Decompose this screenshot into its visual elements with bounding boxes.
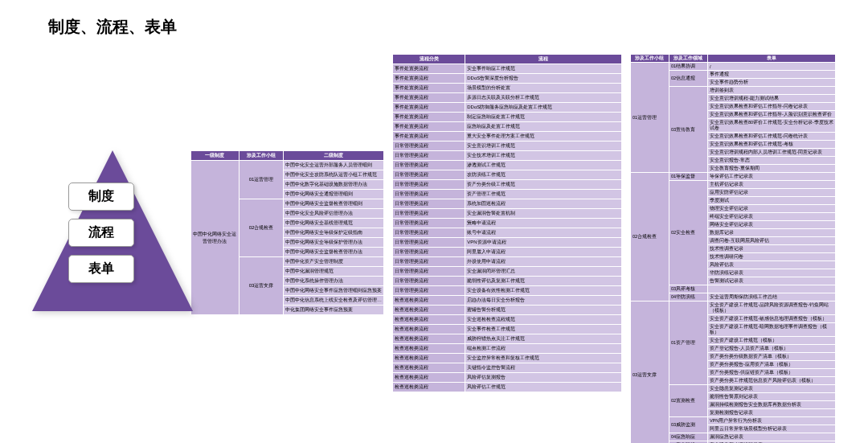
center-cat: 日常管理类流程 bbox=[393, 209, 465, 219]
pyramid-label-0: 制度 bbox=[68, 183, 134, 211]
right-cell: 安全意识培训规程内部人员培训工作规范-同意记录表 bbox=[707, 149, 835, 157]
left-cell: 中国中化网络安全监督检查管理细则 bbox=[283, 199, 383, 209]
center-cell: 攻防演练工作规范 bbox=[465, 170, 622, 180]
right-cell: 资产类分类分级数据资产清单（模板） bbox=[707, 353, 835, 361]
pyramid-diagram: 制度 流程 表单 bbox=[32, 150, 190, 311]
center-cell: 启趋办法每日安全分析报告 bbox=[465, 296, 622, 306]
left-group-2: 03运营支撑 bbox=[239, 257, 283, 315]
right-cell: 阿里云日常异常场景模型分析记录表 bbox=[707, 425, 835, 433]
center-cell: 端点检测工作流程 bbox=[465, 344, 622, 354]
right-cell: 安全运营周期保防演练工作总结 bbox=[707, 293, 835, 301]
center-cat: 事件处置类流程 bbox=[393, 103, 465, 113]
right-grp: 01结果协调 bbox=[669, 63, 707, 71]
right-cell: 技术性调研问卷 bbox=[707, 253, 835, 261]
center-cat: 事件处置类流程 bbox=[393, 74, 465, 84]
right-cell: 事件通报 bbox=[707, 71, 835, 79]
right-cell: 漏洞应急记录表 bbox=[707, 433, 835, 441]
left-root: 中国中化网络安全运营管理办法 bbox=[190, 161, 239, 315]
right-th-1: 涉及工作领域 bbox=[669, 55, 707, 63]
right-cell: 数据库记录 bbox=[707, 229, 835, 237]
center-cat: 日常管理类流程 bbox=[393, 219, 465, 228]
left-cell: 中国中化网络安全通报管理细则 bbox=[283, 190, 383, 199]
left-cell: 中国中化资产安全管理制度 bbox=[283, 257, 383, 267]
right-cell: 应用安防评估记录 bbox=[707, 189, 835, 197]
right-cell: 安全资产建设工作规范-敏感信息地理调查报告（模板） bbox=[707, 315, 835, 323]
left-cell: 中国中化网络安全监督检查管理办法 bbox=[283, 248, 383, 257]
right-cell: 安全意识效果检查和评估工作指导-人脸识别意识检查评价 bbox=[707, 111, 835, 119]
right-cell bbox=[707, 285, 835, 293]
center-cat: 事件处置类流程 bbox=[393, 132, 465, 142]
right-cell: 风险评估表 bbox=[707, 261, 835, 269]
right-th-2: 表单 bbox=[707, 55, 835, 63]
right-cell: 安全意识效果检查和评估工作规范-考核 bbox=[707, 141, 835, 149]
left-group-0: 01运营管理 bbox=[239, 161, 283, 199]
right-cell: 安全意识效果检查80评价工作规范-安全分析记录-季度技术试卷 bbox=[707, 119, 835, 133]
right-grp: 02信息通报 bbox=[669, 71, 707, 87]
right-cell: 告警测试记录表 bbox=[707, 277, 835, 285]
right-sec-1: 02合规检查 bbox=[630, 173, 669, 301]
center-cell: 资产管理工作规范 bbox=[465, 190, 622, 199]
right-th-0: 涉及工作小组 bbox=[630, 55, 669, 63]
left-group-1: 02合规检查 bbox=[239, 199, 283, 257]
right-table: 涉及工作小组 涉及工作领域 表单 01运营管理01结果协调/02信息通报事件通报… bbox=[630, 54, 836, 443]
page-title: 制度、流程、表单 bbox=[48, 16, 836, 38]
center-cell: 重大安全事件处理方案工作规范 bbox=[465, 132, 622, 142]
center-cell: 渗透测试工作规范 bbox=[465, 161, 622, 170]
right-cell: 华防演练记录表 bbox=[707, 269, 835, 277]
right-cell: 安全意识报告-常态 bbox=[707, 157, 835, 165]
center-cat: 日常管理类流程 bbox=[393, 151, 465, 161]
right-cell: 网络安全评估记录表 bbox=[707, 221, 835, 229]
right-cell: 物理安全评估记录 bbox=[707, 205, 835, 213]
right-grp: 03威胁监测 bbox=[669, 417, 707, 433]
center-cell: 风险评估工作规范 bbox=[465, 383, 622, 392]
right-cell: VPN用户异常行为分析表 bbox=[707, 417, 835, 425]
right-cell: 调查问卷-互联网层风险评估 bbox=[707, 237, 835, 245]
page-layout: 制度 流程 表单 一级制度 涉及工作小组 二级制度 中国中化网络安全运营管理办法… bbox=[32, 54, 836, 443]
right-cell: 安全隐患复测记录表 bbox=[707, 385, 835, 393]
center-cell: 安全巡检检查流程规范 bbox=[465, 315, 622, 325]
center-cell: 威胁狩猎热点关注工作规范 bbox=[465, 334, 622, 344]
center-cat: 检查巡检类流程 bbox=[393, 354, 465, 363]
right-cell: 安全资产建设工作规范-暗网数据地理事件调查报告（模板） bbox=[707, 323, 835, 337]
right-grp: 03风评考核 bbox=[669, 285, 707, 293]
right-cell: 安全教育报告-重保期间 bbox=[707, 165, 835, 173]
right-cell: 终端安全评估记录表 bbox=[707, 213, 835, 221]
center-cell: 资产分类分级工作规范 bbox=[465, 180, 622, 190]
center-cat: 检查巡检类流程 bbox=[393, 373, 465, 383]
center-th-0: 流程分类 bbox=[393, 55, 465, 64]
right-cell: 安全意识效果检查和评估工作规范-问卷统计表 bbox=[707, 133, 835, 141]
right-cell: 培训签到表 bbox=[707, 87, 835, 95]
right-cell: 安全资产建设工作规范（模板） bbox=[707, 337, 835, 345]
right-cell: 脆弱性告警原则记录表 bbox=[707, 393, 835, 401]
center-cat: 事件处置类流程 bbox=[393, 93, 465, 103]
right-cell: 复测检测报告记录表 bbox=[707, 409, 835, 417]
right-grp: 04应急响应 bbox=[669, 433, 707, 441]
right-cell: 安全事件趋势分析 bbox=[707, 79, 835, 87]
center-cell: 多源日志关联及关联分析工作规范 bbox=[465, 93, 622, 103]
center-cat: 日常管理类流程 bbox=[393, 161, 465, 170]
center-cell: 阿里盾入申请流程 bbox=[465, 248, 622, 257]
center-cell: 安全技术培训工作规范 bbox=[465, 151, 622, 161]
center-cell: 安全监控异常检查和复核工作规范 bbox=[465, 354, 622, 363]
right-cell: 季度测试 bbox=[707, 197, 835, 205]
center-cell: 策略申请流程 bbox=[465, 219, 622, 228]
left-cell: 中国中化网络安全等级保护定级指南 bbox=[283, 228, 383, 238]
left-table: 一级制度 涉及工作小组 二级制度 中国中化网络安全运营管理办法01运营管理中国中… bbox=[190, 150, 384, 315]
right-cell: 安全资产建设工作规范-品牌风险资源调查报告-钓鱼网站（模板） bbox=[707, 301, 835, 315]
center-cat: 检查巡检类流程 bbox=[393, 315, 465, 325]
right-grp: 03宣传教育 bbox=[669, 87, 707, 173]
right-cell: 资产登记报告-人员资产清单（模板） bbox=[707, 345, 835, 353]
center-cat: 日常管理类流程 bbox=[393, 228, 465, 238]
center-th-1: 流程 bbox=[465, 55, 622, 64]
center-cat: 检查巡检类流程 bbox=[393, 383, 465, 392]
center-cell: 安全意识培训工作规范 bbox=[465, 142, 622, 151]
left-cell: 中国中化安全攻防系统队运营小组工作规范 bbox=[283, 170, 383, 180]
left-th-1: 涉及工作小组 bbox=[239, 151, 283, 161]
center-table: 流程分类 流程 事件处置类流程安全事件响应工作规范事件处置类流程DDoS告警深度… bbox=[392, 54, 622, 392]
center-cell: DDoS告警深度分析报告 bbox=[465, 74, 622, 84]
left-cell: 中国中化安全风险评估管理办法 bbox=[283, 209, 383, 219]
right-grp: 01等保监督 bbox=[669, 173, 707, 181]
center-cell: 关键指令监控告警流程 bbox=[465, 363, 622, 373]
left-cell: 中国中化系统操作管理办法 bbox=[283, 277, 383, 286]
center-cat: 检查巡检类流程 bbox=[393, 296, 465, 306]
